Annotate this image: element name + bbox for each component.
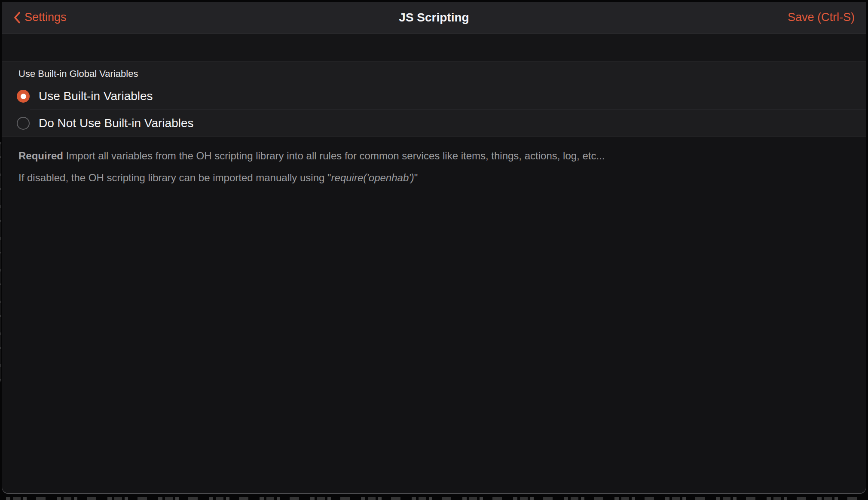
js-scripting-config-sheet: Settings JS Scripting Save (Ctrl-S) Use …: [2, 2, 866, 494]
description-line-2-prefix: If disabled, the OH scripting library ca…: [18, 172, 331, 183]
description-code-snippet: require('openhab'): [331, 172, 414, 183]
clipped-background-text: [6, 497, 862, 500]
page-title: JS Scripting: [2, 11, 866, 24]
radio-option-label: Use Built-in Variables: [39, 90, 153, 102]
background-edge-marks: [0, 142, 1, 382]
required-badge-text: Required: [18, 150, 63, 162]
save-button[interactable]: Save (Ctrl-S): [788, 12, 855, 23]
builtin-variables-setting-list: Use Built-in Global Variables Use Built-…: [2, 61, 866, 137]
description-line-2: If disabled, the OH scripting library ca…: [18, 171, 850, 185]
radio-selected-icon: [17, 90, 30, 103]
empty-section-band: [2, 34, 866, 61]
description-line-2-suffix: ": [414, 172, 418, 183]
description-line-1-text: Import all variables from the OH scripti…: [63, 150, 605, 162]
radio-option-use-builtin[interactable]: Use Built-in Variables: [2, 83, 866, 110]
back-button-label: Settings: [24, 12, 67, 23]
chevron-left-icon: [13, 12, 21, 24]
setting-group-label: Use Built-in Global Variables: [2, 67, 866, 83]
save-button-label: Save (Ctrl-S): [788, 12, 855, 23]
radio-unselected-icon: [17, 117, 30, 130]
app-background: Settings JS Scripting Save (Ctrl-S) Use …: [0, 0, 868, 500]
setting-description: Required Import all variables from the O…: [2, 137, 866, 185]
navbar: Settings JS Scripting Save (Ctrl-S): [2, 2, 866, 34]
back-button[interactable]: Settings: [13, 12, 67, 24]
radio-option-label: Do Not Use Built-in Variables: [39, 117, 194, 129]
description-line-1: Required Import all variables from the O…: [18, 149, 850, 163]
radio-option-no-builtin[interactable]: Do Not Use Built-in Variables: [2, 110, 866, 137]
